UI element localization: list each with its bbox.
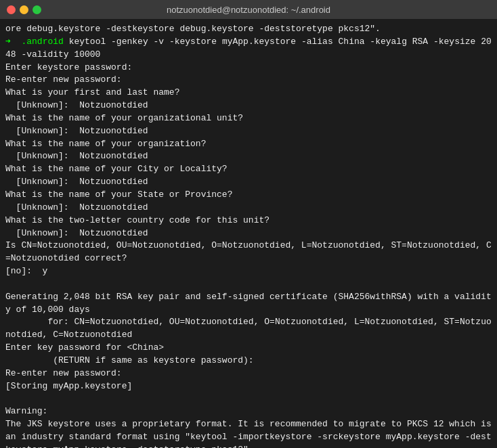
terminal-line: [Unknown]: Notzuonotdied [5,176,492,189]
terminal-body[interactable]: ore debug.keystore -destkeystore debug.k… [0,19,497,448]
terminal-line: for: CN=Notzuonotdied, OU=Notzuonotdied,… [5,316,492,342]
terminal-line: What is the name of your City or Localit… [5,163,492,176]
terminal-line: [Unknown]: Notzuonotdied [5,125,492,138]
terminal-line: Warning: [5,405,492,418]
terminal-line: Re-enter new password: [5,367,492,380]
terminal-line: [Unknown]: Notzuonotdied [5,227,492,240]
terminal-line-prompt: ➜ .android keytool -genkey -v -keystore … [5,36,492,62]
terminal-line: [Unknown]: Notzuonotdied [5,202,492,215]
window-title: notzuonotdied@notzuonotdied: ~/.android [167,5,330,15]
terminal-line: [Storing myApp.keystore] [5,380,492,393]
terminal-line: ore debug.keystore -destkeystore debug.k… [5,23,492,36]
prompt-arrow: ➜ [5,37,21,47]
title-bar: notzuonotdied@notzuonotdied: ~/.android [0,0,497,19]
terminal-line [5,278,492,291]
terminal-line: What is the two-letter country code for … [5,215,492,227]
terminal-line: What is your first and last name? [5,87,492,99]
terminal-line: Enter keystore password: [5,62,492,74]
terminal-line: (RETURN if same as keystore password): [5,355,492,367]
terminal-line [5,393,492,405]
terminal-line: Is CN=Notzuonotdied, OU=Notzuonotdied, O… [5,240,492,265]
terminal-line: What is the name of your organization? [5,138,492,151]
terminal-line: Generating 2,048 bit RSA key pair and se… [5,291,492,317]
terminal-line: Enter key password for <China> [5,342,492,355]
maximize-button[interactable] [33,5,41,14]
terminal-line: Re-enter new password: [5,74,492,87]
close-button[interactable] [7,5,16,14]
terminal-line: [no]: y [5,265,492,278]
traffic-lights [7,5,41,14]
terminal-line: [Unknown]: Notzuonotdied [5,150,492,163]
terminal-line: What is the name of your State or Provin… [5,189,492,202]
terminal-line: [Unknown]: Notzuonotdied [5,99,492,112]
prompt-dir: .android [21,37,63,47]
terminal-line: The JKS keystore uses a proprietary form… [5,418,492,448]
prompt-command: keytool -genkey -v -keystore myApp.keyst… [5,37,492,60]
terminal-window: notzuonotdied@notzuonotdied: ~/.android … [0,0,497,448]
terminal-line: What is the name of your organizational … [5,112,492,125]
minimize-button[interactable] [20,5,28,14]
